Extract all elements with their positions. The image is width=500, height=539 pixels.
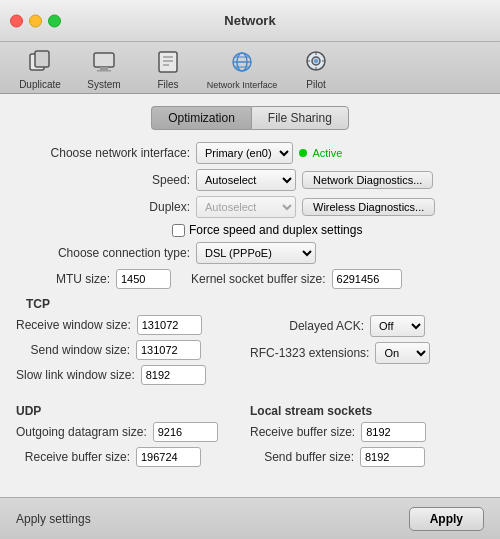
udp-header: UDP: [16, 404, 250, 418]
wireless-diagnostics-button[interactable]: Wireless Diagnostics...: [302, 198, 435, 216]
tcp-left: Receive window size: Send window size: S…: [16, 315, 250, 390]
files-icon: [152, 45, 184, 77]
tab-file-sharing[interactable]: File Sharing: [251, 106, 349, 130]
window-controls: [10, 14, 61, 27]
outgoing-dg-row: Outgoing datagram size:: [16, 422, 250, 442]
send-window-input[interactable]: [136, 340, 201, 360]
connection-type-select[interactable]: DSL (PPPoE): [196, 242, 316, 264]
udp-receive-label: Receive buffer size:: [16, 450, 136, 464]
toolbar-item-duplicate[interactable]: Duplicate: [10, 45, 70, 90]
delayed-ack-label: Delayed ACK:: [250, 319, 370, 333]
svg-rect-5: [159, 52, 177, 72]
local-send-label: Send buffer size:: [250, 450, 360, 464]
force-checkbox-row: Force speed and duplex settings: [172, 223, 484, 237]
local-receive-label: Receive buffer size:: [250, 425, 361, 439]
toolbar-item-system[interactable]: System: [74, 45, 134, 90]
toolbar-label-system: System: [87, 79, 120, 90]
tcp-section: Receive window size: Send window size: S…: [16, 315, 484, 390]
force-checkbox-label: Force speed and duplex settings: [189, 223, 362, 237]
network-interface-label: Choose network interface:: [16, 146, 196, 160]
local-send-row: Send buffer size:: [250, 447, 484, 467]
network-interface-row: Choose network interface: Primary (en0) …: [16, 142, 484, 164]
rfc-row: RFC-1323 extensions: On: [250, 342, 484, 364]
toolbar: Duplicate System Files: [0, 42, 500, 94]
duplex-label: Duplex:: [16, 200, 196, 214]
minimize-button[interactable]: [29, 14, 42, 27]
duplex-select[interactable]: Autoselect: [196, 196, 296, 218]
maximize-button[interactable]: [48, 14, 61, 27]
connection-type-row: Choose connection type: DSL (PPPoE): [16, 242, 484, 264]
outgoing-dg-label: Outgoing datagram size:: [16, 425, 153, 439]
speed-label: Speed:: [16, 173, 196, 187]
network-interface-select[interactable]: Primary (en0): [196, 142, 293, 164]
apply-button[interactable]: Apply: [409, 507, 484, 531]
toolbar-item-files[interactable]: Files: [138, 45, 198, 90]
toolbar-label-duplicate: Duplicate: [19, 79, 61, 90]
send-window-row: Send window size:: [16, 340, 250, 360]
toolbar-label-network: Network Interface: [207, 80, 278, 90]
local-stream-header: Local stream sockets: [250, 404, 484, 418]
send-window-label: Send window size:: [16, 343, 136, 357]
receive-window-label: Receive window size:: [16, 318, 137, 332]
speed-select[interactable]: Autoselect: [196, 169, 296, 191]
close-button[interactable]: [10, 14, 23, 27]
rfc-label: RFC-1323 extensions:: [250, 346, 375, 360]
local-stream-section: Local stream sockets Receive buffer size…: [250, 396, 484, 472]
mtu-input[interactable]: [116, 269, 171, 289]
local-send-input[interactable]: [360, 447, 425, 467]
toolbar-label-files: Files: [157, 79, 178, 90]
rfc-select[interactable]: On: [375, 342, 430, 364]
content-area: Optimization File Sharing Choose network…: [0, 94, 500, 497]
svg-rect-3: [100, 67, 108, 70]
force-checkbox[interactable]: [172, 224, 185, 237]
toolbar-label-pilot: Pilot: [306, 79, 325, 90]
outgoing-dg-input[interactable]: [153, 422, 218, 442]
system-icon: [88, 45, 120, 77]
network-icon: [226, 46, 258, 78]
udp-local-section: UDP Outgoing datagram size: Receive buff…: [16, 396, 484, 472]
svg-rect-1: [35, 51, 49, 67]
slow-link-label: Slow link window size:: [16, 368, 141, 382]
tab-bar: Optimization File Sharing: [16, 106, 484, 130]
bottom-bar: Apply settings Apply: [0, 497, 500, 539]
toolbar-item-network[interactable]: Network Interface: [202, 46, 282, 90]
tcp-header: TCP: [26, 297, 484, 311]
svg-point-16: [314, 59, 318, 63]
udp-receive-input[interactable]: [136, 447, 201, 467]
network-status: Active: [299, 147, 342, 159]
status-dot: [299, 149, 307, 157]
window-title: Network: [224, 13, 275, 28]
network-diagnostics-button[interactable]: Network Diagnostics...: [302, 171, 433, 189]
udp-receive-row: Receive buffer size:: [16, 447, 250, 467]
local-receive-row: Receive buffer size:: [250, 422, 484, 442]
delayed-ack-select[interactable]: Off: [370, 315, 425, 337]
duplicate-icon: [24, 45, 56, 77]
apply-settings-label: Apply settings: [16, 512, 91, 526]
svg-rect-4: [97, 70, 111, 72]
toolbar-item-pilot[interactable]: Pilot: [286, 45, 346, 90]
local-receive-input[interactable]: [361, 422, 426, 442]
delayed-ack-row: Delayed ACK: Off: [250, 315, 484, 337]
udp-section: UDP Outgoing datagram size: Receive buff…: [16, 396, 250, 472]
titlebar: Network: [0, 0, 500, 42]
slow-link-row: Slow link window size:: [16, 365, 250, 385]
mtu-label: MTU size:: [26, 272, 116, 286]
receive-window-row: Receive window size:: [16, 315, 250, 335]
kernel-input[interactable]: [332, 269, 402, 289]
speed-row: Speed: Autoselect Network Diagnostics...: [16, 169, 484, 191]
connection-type-label: Choose connection type:: [16, 246, 196, 260]
tcp-right: Delayed ACK: Off RFC-1323 extensions: On: [250, 315, 484, 390]
pilot-icon: [300, 45, 332, 77]
kernel-label: Kernel socket buffer size:: [191, 272, 326, 286]
duplex-row: Duplex: Autoselect Wireless Diagnostics.…: [16, 196, 484, 218]
mtu-kernel-row: MTU size: Kernel socket buffer size:: [26, 269, 484, 289]
slow-link-input[interactable]: [141, 365, 206, 385]
tab-optimization[interactable]: Optimization: [151, 106, 251, 130]
receive-window-input[interactable]: [137, 315, 202, 335]
svg-rect-2: [94, 53, 114, 67]
